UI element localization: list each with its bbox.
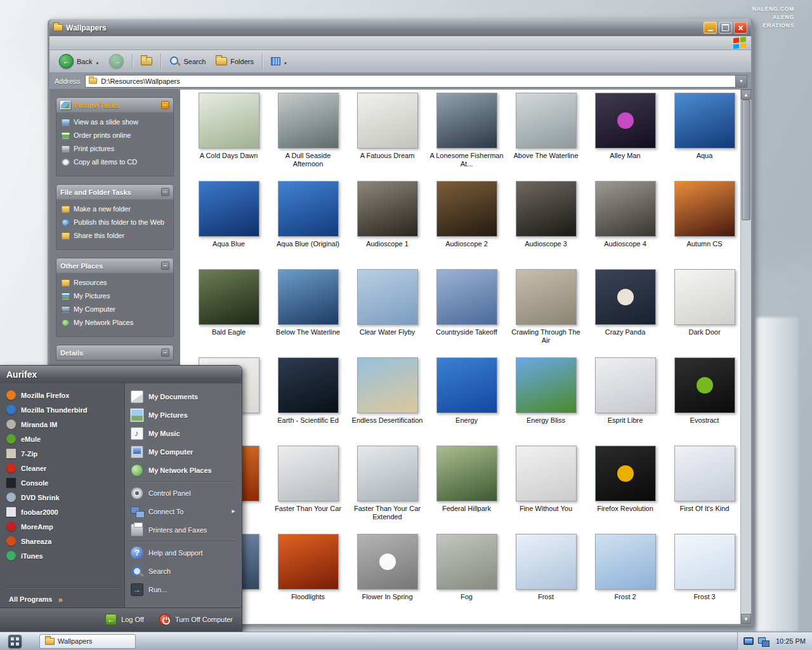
wallpaper-thumbnail[interactable] bbox=[199, 93, 259, 149]
task-link[interactable]: Order prints online bbox=[60, 131, 169, 144]
taskbar-task-wallpapers[interactable]: Wallpapers bbox=[39, 634, 136, 649]
start-program-item[interactable]: MoreAmp bbox=[0, 519, 124, 534]
task-link[interactable]: My Computer bbox=[60, 305, 169, 318]
wallpaper-thumbnail[interactable] bbox=[595, 181, 656, 237]
wallpaper-thumbnail[interactable] bbox=[199, 269, 259, 325]
wallpaper-thumbnail[interactable] bbox=[436, 181, 497, 237]
wallpaper-thumbnail[interactable] bbox=[278, 534, 339, 590]
start-program-item[interactable]: foobar2000 bbox=[0, 505, 124, 519]
wallpaper-thumbnail[interactable] bbox=[595, 269, 656, 325]
wallpaper-thumbnail[interactable] bbox=[278, 181, 339, 237]
start-program-item[interactable]: Miranda IM bbox=[0, 417, 124, 432]
start-program-item[interactable]: DVD Shrink bbox=[0, 490, 124, 505]
start-place-item[interactable]: My Documents bbox=[125, 387, 242, 406]
start-program-item[interactable]: 7-Zip bbox=[0, 446, 124, 461]
display-tray-icon[interactable] bbox=[743, 637, 754, 645]
network-tray-icon[interactable] bbox=[758, 637, 769, 646]
wallpaper-thumbnail[interactable] bbox=[595, 446, 656, 501]
back-dropdown-icon[interactable] bbox=[95, 56, 99, 67]
start-place-item[interactable]: Connect To bbox=[125, 502, 242, 521]
wallpaper-thumbnail[interactable] bbox=[674, 534, 735, 590]
start-button[interactable] bbox=[0, 632, 29, 650]
collapse-button[interactable] bbox=[161, 188, 169, 196]
start-place-item[interactable]: Help and Support bbox=[125, 543, 242, 562]
wallpaper-thumbnail[interactable] bbox=[516, 534, 577, 590]
start-program-item[interactable]: eMule bbox=[0, 432, 124, 446]
wallpaper-thumbnail[interactable] bbox=[357, 181, 418, 237]
scrollbar-track[interactable] bbox=[741, 100, 751, 614]
task-link[interactable]: Copy all items to CD bbox=[60, 157, 169, 171]
wallpaper-thumbnail[interactable] bbox=[674, 269, 735, 325]
back-button[interactable]: Back bbox=[55, 52, 103, 70]
forward-button[interactable] bbox=[105, 52, 128, 70]
wallpaper-thumbnail[interactable] bbox=[595, 357, 656, 413]
wallpaper-thumbnail[interactable] bbox=[516, 269, 577, 325]
start-place-item[interactable]: My Computer bbox=[125, 442, 242, 461]
wallpaper-thumbnail[interactable] bbox=[357, 93, 418, 149]
wallpaper-thumbnail[interactable] bbox=[278, 269, 339, 325]
task-link[interactable]: Publish this folder to the Web bbox=[60, 218, 169, 231]
task-link[interactable]: Share this folder bbox=[60, 231, 169, 244]
wallpaper-thumbnail[interactable] bbox=[516, 446, 577, 501]
start-program-item[interactable]: Shareaza bbox=[0, 534, 124, 548]
turn-off-button[interactable]: Turn Off Computer bbox=[159, 614, 233, 625]
vertical-scrollbar[interactable] bbox=[740, 90, 751, 624]
wallpaper-thumbnail[interactable] bbox=[674, 181, 735, 237]
wallpaper-thumbnail[interactable] bbox=[595, 93, 656, 149]
wallpaper-thumbnail[interactable] bbox=[436, 357, 497, 413]
panel-header[interactable]: File and Folder Tasks bbox=[56, 185, 173, 199]
title-bar[interactable]: Wallpapers bbox=[49, 19, 751, 36]
folders-button[interactable]: Folders bbox=[211, 55, 258, 67]
wallpaper-thumbnail[interactable] bbox=[436, 93, 497, 149]
wallpaper-thumbnail[interactable] bbox=[516, 181, 577, 237]
wallpaper-thumbnail[interactable] bbox=[516, 357, 577, 413]
task-link[interactable]: View as a slide show bbox=[60, 117, 169, 131]
wallpaper-thumbnail[interactable] bbox=[436, 446, 497, 501]
wallpaper-thumbnail[interactable] bbox=[278, 93, 339, 149]
wallpaper-thumbnail[interactable] bbox=[357, 269, 418, 325]
close-button[interactable] bbox=[734, 22, 747, 34]
task-link[interactable]: My Pictures bbox=[60, 291, 169, 305]
wallpaper-thumbnail[interactable] bbox=[595, 534, 656, 590]
start-place-item[interactable]: My Music bbox=[125, 424, 242, 442]
start-place-item[interactable]: My Pictures bbox=[125, 406, 242, 424]
wallpaper-thumbnail[interactable] bbox=[516, 93, 577, 149]
start-place-item[interactable]: My Network Places bbox=[125, 461, 242, 479]
wallpaper-thumbnail[interactable] bbox=[278, 357, 339, 413]
start-program-item[interactable]: Console bbox=[0, 475, 124, 490]
start-place-item[interactable]: Printers and Faxes bbox=[125, 521, 242, 539]
panel-header[interactable]: Other Places bbox=[56, 258, 173, 273]
up-button[interactable] bbox=[136, 55, 157, 67]
task-link[interactable]: Make a new folder bbox=[60, 204, 169, 218]
start-place-item[interactable]: Control Panel bbox=[125, 484, 242, 502]
start-place-item[interactable]: Run... bbox=[125, 580, 242, 599]
wallpaper-thumbnail[interactable] bbox=[674, 93, 735, 149]
panel-header[interactable]: Details bbox=[56, 345, 173, 360]
start-program-item[interactable]: Mozilla Thunderbird bbox=[0, 402, 124, 417]
scrollbar-thumb[interactable] bbox=[742, 100, 750, 220]
start-program-item[interactable]: iTunes bbox=[0, 548, 124, 563]
scroll-up-button[interactable] bbox=[741, 90, 751, 100]
maximize-button[interactable] bbox=[719, 22, 732, 34]
views-dropdown-icon[interactable] bbox=[284, 56, 287, 67]
start-place-item[interactable]: Search bbox=[125, 562, 242, 580]
task-link[interactable]: My Network Places bbox=[60, 318, 169, 331]
wallpaper-thumbnail[interactable] bbox=[674, 446, 735, 501]
start-program-item[interactable]: Cleaner bbox=[0, 461, 124, 475]
collapse-button[interactable] bbox=[161, 262, 169, 270]
collapse-button[interactable] bbox=[161, 101, 169, 109]
address-input[interactable]: D:\Resources\Wallpapers bbox=[85, 75, 736, 88]
address-dropdown-button[interactable] bbox=[736, 75, 747, 88]
scroll-down-button[interactable] bbox=[741, 614, 751, 624]
wallpaper-thumbnail[interactable] bbox=[674, 357, 735, 413]
wallpaper-thumbnail[interactable] bbox=[357, 357, 418, 413]
wallpaper-thumbnail[interactable] bbox=[357, 446, 418, 501]
log-off-button[interactable]: Log Off bbox=[105, 614, 144, 625]
collapse-button[interactable] bbox=[161, 348, 169, 357]
wallpaper-thumbnail[interactable] bbox=[278, 446, 339, 501]
task-link[interactable]: Print pictures bbox=[60, 144, 169, 157]
all-programs-button[interactable]: All Programs bbox=[0, 591, 124, 607]
views-button[interactable] bbox=[266, 54, 292, 69]
task-link[interactable]: Resources bbox=[60, 278, 169, 291]
wallpaper-thumbnail[interactable] bbox=[436, 534, 497, 590]
